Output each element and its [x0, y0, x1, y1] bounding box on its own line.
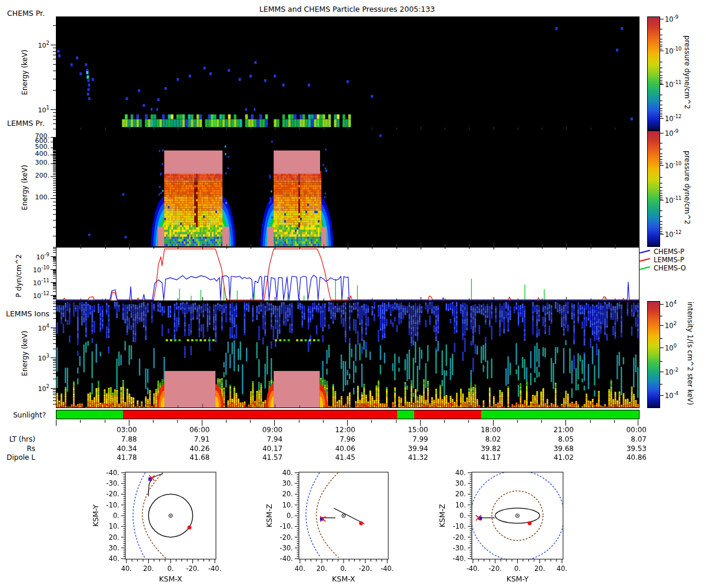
time-tick-label: 12:00	[314, 426, 355, 434]
colorbar-minor-tick	[660, 231, 662, 232]
y-tick-label: -40.	[453, 554, 466, 563]
colorbar-minor-tick	[660, 221, 662, 222]
colorbar-minor-tick	[660, 82, 662, 82]
y-tick-label: -30.	[280, 544, 293, 552]
colorbar-tick	[660, 133, 664, 133]
colorbar-minor-tick	[660, 233, 662, 233]
colorbar-minor-tick	[660, 45, 662, 45]
colorbar-minor-tick	[660, 197, 662, 198]
y-tick-label: 10.	[109, 522, 119, 530]
y-tick-label: -30.	[106, 479, 119, 487]
legend-entry-label: CHEMS-P	[654, 248, 684, 256]
colorbar-minor-tick	[660, 143, 662, 143]
lemms-y-ticks	[51, 131, 56, 246]
x-tick-label: 40.	[121, 564, 132, 573]
y-tick-label: 200.	[16, 172, 49, 179]
chems-y-ticks	[51, 16, 56, 129]
y-tick-label: 10.	[282, 501, 293, 509]
x-tick-label: 0.	[168, 564, 174, 573]
saturn-symbol-dot	[170, 515, 171, 516]
y-tick-label: 0.	[113, 512, 119, 520]
orbit-x-axis-label: KSM-X	[159, 574, 182, 583]
y-tick-label: -30.	[453, 544, 466, 552]
colorbar-tick-label: 10-11	[665, 195, 699, 205]
ephemeris-value: 8.02	[460, 435, 501, 443]
spacecraft-trajectory	[334, 508, 364, 523]
ephemeris-value: 39.53	[605, 445, 647, 453]
colorbar-minor-tick	[660, 49, 662, 49]
sunlight-segment-shadow	[123, 410, 397, 419]
colorbar-tick	[660, 19, 664, 19]
sunlight-label: Sunlight?	[0, 411, 46, 419]
ephemeris-value: 7.99	[387, 435, 428, 443]
colorbar-minor-tick	[660, 29, 662, 29]
colorbar-minor-tick	[660, 35, 662, 35]
colorbar-minor-tick	[660, 105, 662, 105]
orbit-axis-ticks	[295, 473, 387, 563]
y-tick-label: 104	[16, 323, 49, 332]
colorbar-minor-tick	[660, 224, 662, 225]
orbit-x-axis-label: KSM-Y	[507, 574, 529, 583]
colorbar-tick-label: 102	[665, 320, 699, 330]
y-tick-label: 30.	[455, 479, 466, 487]
ephemeris-value: 39.82	[460, 445, 501, 453]
colorbar-minor-tick	[660, 108, 662, 109]
boundary-curve	[142, 473, 166, 559]
colorbar-minor-tick	[660, 187, 662, 188]
page-title: LEMMS and CHEMS Particle Pressures 2005:…	[56, 5, 638, 14]
legend-entry-label: CHEMS-O	[654, 264, 686, 272]
time-tick-label: 03:00	[96, 426, 137, 434]
ephemeris-value: 7.88	[96, 435, 137, 443]
colorbar-minor-tick	[660, 195, 662, 196]
ions-y-ticks	[51, 301, 56, 407]
colorbar-tick	[660, 304, 664, 305]
ephemeris-value: 7.91	[169, 435, 210, 443]
y-tick-label: 101	[16, 105, 49, 114]
y-tick-label: 0.	[459, 512, 466, 520]
y-tick-label: 102	[16, 40, 49, 49]
time-tick-label: 18:00	[460, 426, 501, 434]
colorbar-tick	[660, 234, 664, 235]
x-tick-label: -40.	[467, 564, 479, 573]
colorbar-minor-tick	[660, 338, 662, 339]
y-tick-label: -40.	[106, 469, 119, 477]
colorbar-tick	[660, 372, 664, 372]
boundary-curve	[133, 473, 145, 559]
ephemeris-value: 39.94	[387, 445, 428, 453]
x-tick-label: 20.	[143, 564, 154, 573]
y-tick-label: 30.	[109, 544, 119, 552]
colorbar-tick	[660, 395, 664, 396]
orbit-y-axis-label: KSM-Z	[438, 504, 447, 527]
legend-entry: CHEMS-P	[640, 248, 686, 256]
y-tick-label: 0.	[287, 512, 293, 520]
orbit-plot-ksm-y-ksm-z: -40.-20.0.20.40.40.30.20.10.0.-10.-20.-3…	[438, 469, 567, 583]
colorbar-tick-label: 10-10	[665, 161, 699, 170]
y-tick-label: -10.	[280, 522, 293, 530]
colorbar-minor-tick	[660, 78, 662, 78]
x-tick-label: -40.	[381, 564, 394, 573]
y-tick-label: 20.	[455, 490, 466, 498]
x-tick-label: 0.	[514, 564, 521, 573]
sunlight-segment-sun	[397, 410, 414, 419]
orbit-x-axis-label: KSM-X	[332, 574, 355, 583]
legend-line-sample	[640, 258, 650, 262]
x-tick-label: 0.	[341, 564, 347, 573]
colorbar-minor-tick	[660, 113, 662, 113]
x-tick-label: 20.	[317, 564, 327, 573]
y-tick-label: 10-10	[16, 265, 49, 274]
colorbar-minor-tick	[660, 72, 662, 72]
colorbar-minor-tick	[660, 111, 662, 111]
colorbar-tick-label: 10-11	[665, 79, 699, 89]
sunlight-segment-shadow	[414, 410, 481, 419]
colorbar-minor-tick	[660, 163, 662, 164]
colorbar-minor-tick	[660, 183, 662, 183]
colorbar-minor-tick	[660, 384, 662, 385]
saturn-symbol-dot	[517, 515, 518, 516]
x-tick-label: -20.	[359, 564, 372, 573]
time-tick-label: 06:00	[169, 426, 210, 434]
colorbar-minor-tick	[660, 116, 662, 117]
pressure-y-ticks	[51, 247, 56, 300]
colorbar-minor-tick	[660, 153, 662, 154]
y-tick-label: 20.	[109, 533, 119, 542]
titan-marker-dot	[188, 526, 192, 530]
